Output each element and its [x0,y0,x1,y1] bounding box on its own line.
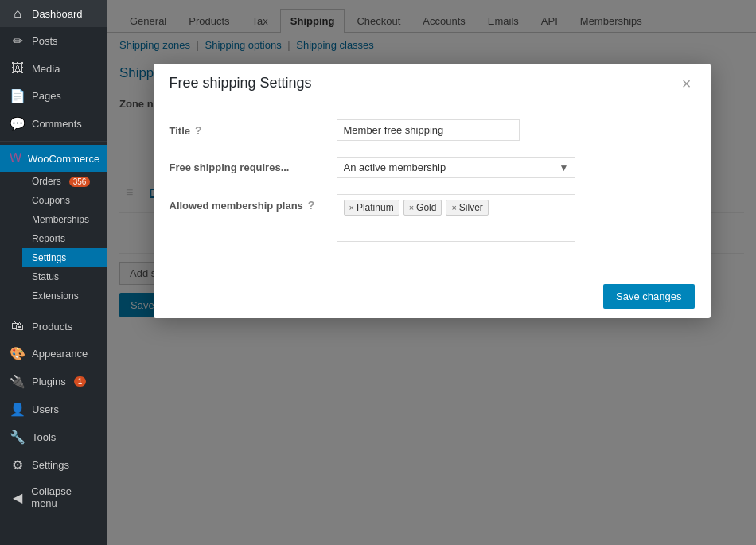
requires-field-control: An active membership A minimum order amo… [337,157,695,178]
orders-badge: 356 [69,177,91,187]
title-input[interactable] [337,119,520,141]
save-changes-button[interactable]: Save changes [603,284,694,309]
sidebar-item-label: Orders [32,176,61,187]
main-content: General Products Tax Shipping Checkout A… [107,0,756,545]
dialog-footer: Save changes [154,274,711,318]
sidebar-item-status[interactable]: Status [22,267,107,286]
form-label-plans: Allowed membership plans ? [170,194,329,212]
form-row-plans: Allowed membership plans ? × Platinum × [170,194,695,242]
sidebar-item-coupons[interactable]: Coupons [22,191,107,210]
pages-icon: 📄 [10,88,25,103]
sidebar-item-label: Reports [32,233,65,244]
plugins-badge: 1 [74,376,87,387]
sidebar-item-label: Appearance [32,348,88,360]
sidebar-item-tools[interactable]: 🔧 Tools [0,423,107,451]
sidebar-item-label: Posts [32,35,58,47]
sidebar-item-label: Memberships [32,214,89,225]
users-icon: 👤 [10,402,25,417]
sidebar-item-orders[interactable]: Orders 356 [22,172,107,191]
form-label-requires: Free shipping requires... [170,157,329,173]
membership-plans-tags[interactable]: × Platinum × Gold × Silver [337,194,575,242]
sidebar-item-settings2[interactable]: ⚙ Settings [0,451,107,479]
dialog-header: Free shipping Settings × [154,64,711,103]
sidebar-item-extensions[interactable]: Extensions [22,286,107,306]
sidebar-item-posts[interactable]: ✏ Posts [0,27,107,55]
tag-silver-remove[interactable]: × [451,203,456,212]
sidebar-item-label: Tools [32,431,56,443]
form-row-requires: Free shipping requires... An active memb… [170,157,695,178]
form-label-title: Title ? [170,119,329,137]
collapse-icon: ◀ [10,490,25,505]
sidebar-item-label: Extensions [32,290,79,302]
sidebar-sub-woo: Orders 356 Coupons Memberships Reports S… [0,172,107,306]
sidebar-item-pages[interactable]: 📄 Pages [0,82,107,110]
dialog-title: Free shipping Settings [170,75,312,91]
dashboard-icon: ⌂ [10,6,25,21]
requires-select[interactable]: An active membership A minimum order amo… [337,157,575,178]
free-shipping-dialog: Free shipping Settings × Title ? [154,64,711,318]
sidebar-item-collapse[interactable]: ◀ Collapse menu [0,479,107,516]
requires-select-wrap: An active membership A minimum order amo… [337,157,575,178]
plans-info-icon: ? [308,199,315,212]
tag-gold: × Gold [403,200,442,216]
sidebar-item-label: Settings [32,252,66,263]
media-icon: 🖼 [10,61,25,76]
sidebar-item-memberships[interactable]: Memberships [22,210,107,229]
sidebar-item-label: Pages [32,90,61,102]
sidebar-item-label: Products [32,321,72,333]
sidebar-item-label: Collapse menu [31,485,98,509]
tag-gold-remove[interactable]: × [409,203,414,212]
sidebar-item-users[interactable]: 👤 Users [0,395,107,423]
sidebar-item-label: Plugins [32,376,66,387]
woo-icon: W [10,151,21,165]
sidebar-item-label: Media [32,63,60,75]
appearance-icon: 🎨 [10,346,25,361]
sidebar-item-products[interactable]: 🛍 Products [0,313,107,340]
sidebar: ⌂ Dashboard ✏ Posts 🖼 Media 📄 Pages 💬 Co… [0,0,107,545]
title-info-icon: ? [195,124,202,137]
tag-silver: × Silver [446,200,488,216]
tag-platinum: × Platinum [344,200,399,216]
sidebar-item-dashboard[interactable]: ⌂ Dashboard [0,0,107,27]
tag-platinum-remove[interactable]: × [349,203,354,212]
sidebar-item-settings[interactable]: Settings [22,248,107,267]
sidebar-item-label: Status [32,271,59,282]
dialog-close-button[interactable]: × [679,76,695,91]
products-icon: 🛍 [10,319,25,333]
form-row-title: Title ? [170,119,695,141]
posts-icon: ✏ [10,33,25,49]
dialog-overlay: Free shipping Settings × Title ? [107,0,756,545]
content-area: General Products Tax Shipping Checkout A… [107,0,756,545]
comments-icon: 💬 [10,116,25,131]
plans-field-control: × Platinum × Gold × Silver [337,194,695,242]
sidebar-item-label: WooCommerce [28,153,99,165]
sidebar-item-label: Comments [32,118,82,130]
plugins-icon: 🔌 [10,374,25,389]
sidebar-item-label: Dashboard [32,8,83,20]
sidebar-item-media[interactable]: 🖼 Media [0,55,107,82]
sidebar-item-plugins[interactable]: 🔌 Plugins 1 [0,368,107,395]
dialog-body: Title ? Free shipping requires... [154,103,711,274]
settings-icon: ⚙ [10,457,25,473]
sidebar-item-label: Settings [32,459,69,471]
sidebar-item-appearance[interactable]: 🎨 Appearance [0,340,107,368]
sidebar-item-label: Coupons [32,195,70,206]
sidebar-item-label: Users [32,403,59,415]
tools-icon: 🔧 [10,430,25,445]
sidebar-item-woocommerce[interactable]: W WooCommerce [0,145,107,172]
sidebar-item-reports[interactable]: Reports [22,229,107,248]
title-field-control [337,119,695,141]
sidebar-item-comments[interactable]: 💬 Comments [0,110,107,138]
